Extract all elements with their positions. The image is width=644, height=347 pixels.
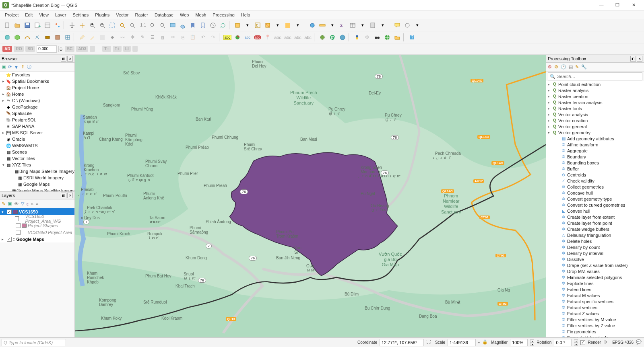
zoom-last-icon[interactable] [148, 21, 157, 30]
layers-tree[interactable]: ▾✓VCS1650VCS1650 — Project_Area_WGProjec… [0, 208, 74, 242]
statistics-icon[interactable]: Σ [338, 21, 347, 30]
toolbox-close-button[interactable]: ✕ [637, 56, 642, 62]
delete-selected-icon[interactable]: 🗑 [158, 33, 167, 42]
copy-features-icon[interactable]: ⎘ [178, 33, 188, 42]
toolbox-algorithm[interactable]: ✲Bounding boxes [546, 160, 644, 166]
toolbox-algorithm[interactable]: ✲Filter vertices by M value [546, 316, 644, 322]
action-dropdown-icon[interactable]: ▾ [413, 21, 422, 30]
magnifier-spinner[interactable]: ▴▾ [530, 339, 534, 346]
save-project-icon[interactable] [23, 21, 32, 30]
browser-item[interactable]: ▦ESRI World Imagery [0, 175, 74, 181]
toolbox-algorithm[interactable]: ✲Dissolve [546, 256, 644, 262]
menu-settings[interactable]: Settings [69, 12, 92, 18]
toolbox-algorithm[interactable]: ✲Create wedge buffers [546, 226, 644, 232]
new-spatialite-icon[interactable] [33, 33, 42, 42]
toolbox-algorithm[interactable]: ◣Convex hull [546, 208, 644, 214]
globe-green-icon[interactable] [382, 33, 392, 42]
menu-raster[interactable]: Raster [132, 12, 151, 18]
folder-yellow-icon[interactable] [392, 33, 402, 42]
binoculars-icon[interactable] [372, 33, 382, 42]
browser-close-button[interactable]: ✕ [67, 56, 73, 62]
browser-item[interactable]: ▦Google Maps [0, 181, 74, 187]
field-calc-icon[interactable] [368, 21, 378, 30]
refresh-browser-icon[interactable]: ⟳ [8, 64, 12, 70]
label-move-icon[interactable]: abc [283, 33, 293, 42]
label-rotate-icon[interactable]: abc [293, 33, 303, 42]
toolbox-algorithm[interactable]: ⊙Centroids [546, 172, 644, 178]
new-geopackage-icon[interactable] [12, 33, 22, 42]
toolbox-group[interactable]: ▾QVector geometry [546, 129, 644, 136]
toolbox-algorithm[interactable]: ✓Check validity [546, 178, 644, 184]
layer-visibility-icon[interactable]: 👁 [14, 201, 19, 206]
label-show-icon[interactable]: abc [273, 33, 283, 42]
select-dropdown-icon[interactable]: ▾ [243, 21, 252, 30]
toolbox-algorithm[interactable]: ✲Extract specific vertices [546, 298, 644, 304]
browser-item[interactable]: ▸🏠Home [0, 91, 74, 97]
ad-badge[interactable]: AD [2, 46, 12, 52]
label-highlight-icon[interactable]: abc [243, 33, 252, 42]
toolbox-algorithm[interactable]: ✲Filter vertices by Z value [546, 322, 644, 329]
new-map-view-icon[interactable] [168, 21, 178, 30]
open-datasource-icon[interactable] [2, 33, 12, 42]
browser-item[interactable]: ▸💾MS SQL Server [0, 129, 74, 136]
toolbox-tree[interactable]: ▸QPoint cloud extraction▸QRaster analysi… [546, 81, 644, 337]
zoom-next-icon[interactable] [158, 21, 167, 30]
new-virtual-layer-icon[interactable] [43, 33, 52, 42]
pan-icon[interactable] [67, 21, 77, 30]
attribute-table-icon[interactable] [348, 21, 357, 30]
osm-download-icon[interactable] [338, 33, 347, 42]
layer-collapse-icon[interactable]: « [36, 201, 38, 206]
magnifier-field[interactable]: 100% [510, 339, 528, 346]
crs-icon[interactable]: ⊕ [603, 339, 610, 346]
menu-project[interactable]: Project [2, 12, 22, 18]
toolbox-algorithm[interactable]: ✲Extract vertices [546, 304, 644, 310]
browser-item[interactable]: ▾▦XYZ Tiles [0, 162, 74, 168]
coord-field[interactable]: 12.771°, 107.658° [380, 339, 424, 346]
maptips-icon[interactable] [392, 21, 402, 30]
toolbox-algorithm[interactable]: ✲Extract Z values [546, 310, 644, 316]
label-pin-icon[interactable]: 📍 [263, 33, 272, 42]
browser-item[interactable]: ▸🗀C:\ (Windows) [0, 97, 74, 104]
toolbox-algorithm[interactable]: ✲Convert to curved geometries [546, 202, 644, 208]
vertex-tool-icon[interactable]: ✎ [138, 33, 147, 42]
select-all-icon[interactable] [283, 21, 293, 30]
toolbox-results-icon[interactable]: ▤ [569, 64, 573, 70]
toolbox-edit-icon[interactable]: ✎ [575, 64, 579, 70]
offset-input[interactable] [37, 45, 57, 53]
toolbox-group[interactable]: ▸QVector general [546, 123, 644, 129]
menu-plugins[interactable]: Plugins [92, 12, 113, 18]
layer-row[interactable]: VCS1650 — Project_Area_WG [0, 215, 74, 222]
undo-icon[interactable]: ↶ [198, 33, 208, 42]
attribute-dropdown-icon[interactable]: ▾ [358, 21, 367, 30]
add-feature-icon[interactable]: ◆ [107, 33, 117, 42]
layers-close-button[interactable]: ✕ [67, 193, 73, 198]
layer-checkbox[interactable] [16, 230, 21, 235]
plugin-manage-icon[interactable] [318, 33, 327, 42]
edit-current-icon[interactable] [77, 33, 87, 42]
toolbox-algorithm[interactable]: ✲Affine transform [546, 142, 644, 148]
menu-view[interactable]: View [36, 12, 52, 18]
cut-features-icon[interactable]: ✂ [168, 33, 178, 42]
browser-item[interactable]: 🐘PostgreSQL [0, 117, 74, 123]
no-action-icon[interactable] [402, 21, 412, 30]
browser-item[interactable]: ▦Vector Tiles [0, 155, 74, 162]
zoom-native-icon[interactable]: 1:1 [138, 21, 147, 30]
rotation-field[interactable]: 0.0 ° [554, 339, 572, 346]
menu-mesh[interactable]: Mesh [192, 12, 209, 18]
filter-browser-icon[interactable]: ▼ [14, 65, 19, 70]
invert-selection-icon[interactable]: ▾ [293, 21, 303, 30]
show-bookmarks-icon[interactable] [198, 21, 208, 30]
select-features-icon[interactable] [233, 21, 242, 30]
layer-expression-icon[interactable]: ε [27, 201, 29, 206]
digitize-icon[interactable]: 〰 [118, 33, 127, 42]
toolbox-algorithm[interactable]: ✲Extend lines [546, 286, 644, 292]
browser-item[interactable]: ≡SAP HANA [0, 123, 74, 129]
save-edits-icon[interactable] [97, 33, 107, 42]
toolbox-algorithm[interactable]: ✲Create layer from extent [546, 214, 644, 220]
toolbox-algorithm[interactable]: ⧉Collect geometries [546, 184, 644, 190]
menu-web[interactable]: Web [177, 12, 192, 18]
select-value-icon[interactable]: ε [253, 21, 262, 30]
browser-item[interactable]: ▦Bing Maps Satellite Imagery [0, 168, 74, 175]
toolbox-group[interactable]: ▸QVector analysis [546, 111, 644, 117]
layers-float-button[interactable]: ◧ [61, 193, 66, 198]
